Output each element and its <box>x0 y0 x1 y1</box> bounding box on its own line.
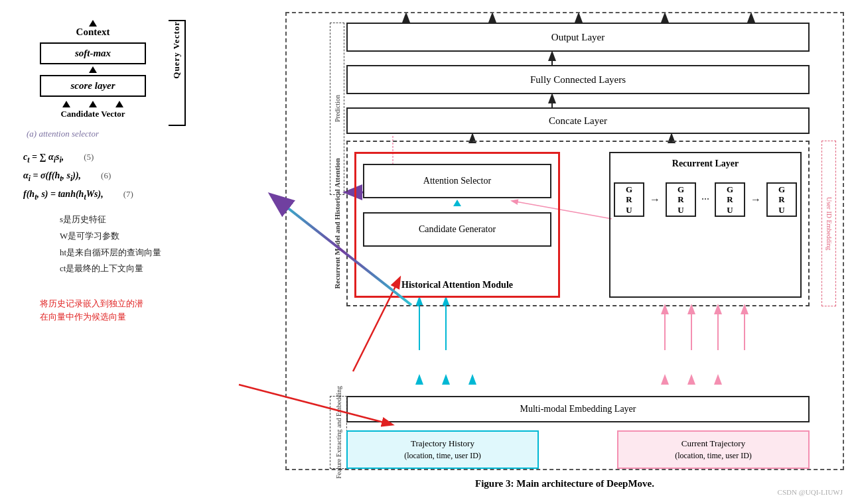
recurrent-layer-box: Recurrent Layer GRU → GRU ··· GRU → GRU <box>609 152 802 298</box>
score-layer-box: score layer <box>40 75 146 97</box>
arrow-up-2 <box>89 66 97 73</box>
user-id-label-box: User ID Embedding <box>821 141 836 306</box>
gru-box-2: GRU <box>666 182 696 217</box>
recurrent-layer-title: Recurrent Layer <box>610 153 800 169</box>
note-w: W是可学习参数 <box>60 228 161 245</box>
note-ct: ct是最终的上下文向量 <box>60 261 161 277</box>
eq1-text: ct = ∑ αisi, <box>23 149 64 167</box>
arrow-annotation: 将历史记录嵌入到独立的潜在向量中作为候选向量 <box>40 297 143 323</box>
note-ht: ht是来自循环层的查询向量 <box>60 245 161 261</box>
feature-text: Feature Extracting and Embedding <box>335 386 342 479</box>
current-trajectory-box: Current Trajectory(location, time, user … <box>617 430 810 469</box>
arrows-row <box>62 101 123 107</box>
eq3-num: (7) <box>123 186 133 202</box>
gru-row: GRU → GRU ··· GRU → GRU <box>610 182 800 217</box>
candidate-gen-box: Candidate Generator <box>363 212 551 247</box>
feature-label-box: Feature Extracting and Embedding <box>330 396 347 469</box>
left-panel: Context soft-max score layer Candidate V… <box>7 7 285 497</box>
arrow-up-cv2 <box>89 101 97 107</box>
note-s: s是历史特征 <box>60 212 161 228</box>
eq3-text: f(ht, s) = tanh(htWs), <box>23 186 104 204</box>
attention-selector-diagram: Context soft-max score layer Candidate V… <box>40 20 146 119</box>
user-id-text: User ID Embedding <box>825 197 833 251</box>
context-arrow <box>89 20 97 27</box>
gru-box-4: GRU <box>766 182 797 217</box>
gru-arrow-1: → <box>650 194 660 206</box>
concate-layer: Concate Layer <box>346 107 810 134</box>
trajectory-history-text: Trajectory History(location, time, user … <box>404 438 481 462</box>
equations: ct = ∑ αisi, (5) αi = σ(f(ht, si)), (6) … <box>23 149 133 204</box>
fc-layer: Fully Connected Layers <box>346 65 810 94</box>
eq-row-2: αi = σ(f(ht, si)), (6) <box>23 167 133 186</box>
right-panel: Prediction Output Layer Fully Connected … <box>285 7 849 497</box>
ham-box: Attention Selector Candidate Generator H… <box>354 152 560 298</box>
ham-inner-arrow <box>453 200 461 206</box>
multimodal-layer: Multi-modal Embedding Layer <box>346 396 810 422</box>
ham-label: Historical Attention Module <box>356 280 558 290</box>
arch-diagram: Prediction Output Layer Fully Connected … <box>285 12 844 470</box>
eq-row-1: ct = ∑ αisi, (5) <box>23 149 133 167</box>
current-trajectory-text: Current Trajectory(location, time, user … <box>675 438 752 462</box>
attention-selector-subtitle: (a) attention selector <box>27 129 99 139</box>
context-label: Context <box>76 27 110 38</box>
gru-box-1: GRU <box>614 182 644 217</box>
eq2-num: (6) <box>101 168 111 183</box>
softmax-box: soft-max <box>40 42 146 64</box>
recurrent-model-box: Recurrent Model and Historical Attention… <box>346 141 810 306</box>
arrow-up-cv3 <box>115 101 123 107</box>
arrow-up-cv1 <box>62 101 70 107</box>
attention-selector-box: Attention Selector <box>363 164 551 198</box>
eq1-num: (5) <box>84 149 94 164</box>
eq-row-3: f(ht, s) = tanh(htWs), (7) <box>23 186 133 204</box>
prediction-text: Prediction <box>334 95 341 122</box>
recurrent-model-label: Recurrent Model and Historical Attention <box>333 158 341 288</box>
gru-box-3: GRU <box>715 182 745 217</box>
output-layer: Output Layer <box>346 23 810 52</box>
main-container: Context soft-max score layer Candidate V… <box>0 0 856 504</box>
gru-arrow-2: ··· <box>701 194 709 206</box>
candidate-vector-label: Candidate Vector <box>60 109 125 119</box>
watermark: CSDN @UQI-LIUWJ <box>778 488 843 496</box>
figure-caption: Figure 3: Main architecture of DeepMove. <box>285 475 844 492</box>
trajectory-history-box: Trajectory History(location, time, user … <box>346 430 539 469</box>
eq2-text: αi = σ(f(ht, si)), <box>23 167 81 186</box>
query-vector-label: Query Vector <box>171 21 182 79</box>
notes: s是历史特征 W是可学习参数 ht是来自循环层的查询向量 ct是最终的上下文向量 <box>60 212 161 277</box>
gru-arrow-3: → <box>750 194 761 206</box>
